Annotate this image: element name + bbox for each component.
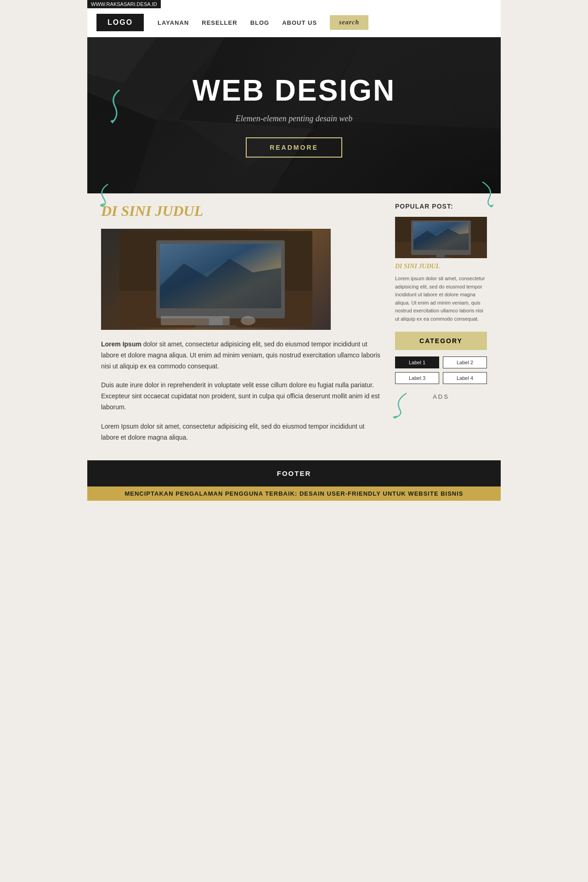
svg-rect-18 [161, 316, 230, 325]
nav-layanan[interactable]: LAYANAN [158, 19, 189, 26]
svg-marker-8 [110, 119, 116, 124]
sidebar: POPULAR POST: DI SINI JUDUL Lorem ipsum … [395, 203, 487, 451]
svg-point-19 [241, 316, 255, 325]
sidebar-post-text: Lorem ipsum dolor sit amet, consectetur … [395, 275, 487, 323]
sidebar-monitor-svg [395, 217, 487, 258]
nav-blog[interactable]: BLOG [250, 19, 270, 26]
category-box: CATEGORY [395, 332, 487, 350]
logo[interactable]: LOGO [96, 14, 144, 31]
section-arrow-left [96, 182, 119, 207]
hero-arrow-decoration [106, 88, 133, 130]
top-url-bar: WWW.RAKSASARI.DESA.ID [87, 0, 501, 8]
nav-reseller[interactable]: RESELLER [202, 19, 237, 26]
main-nav: LAYANAN RESELLER BLOG ABOUT US search [158, 15, 492, 30]
hero-subtitle: Elemen-elemen penting desain web [192, 114, 396, 124]
article-area: DI SINI JUDUL [101, 203, 381, 451]
hero-content: WEB DESIGN Elemen-elemen penting desain … [192, 74, 396, 158]
label-button-1[interactable]: Label 1 [395, 356, 439, 368]
label-button-4[interactable]: Label 4 [443, 372, 487, 384]
hero-banner: WEB DESIGN Elemen-elemen penting desain … [87, 37, 501, 193]
sidebar-post-title: DI SINI JUDUL [395, 263, 487, 270]
label-grid: Label 1 Label 2 Label 3 Label 4 [395, 356, 487, 384]
bottom-banner: MENCIPTAKAN PENGALAMAN PENGGUNA TERBAIK:… [87, 486, 501, 501]
header: LOGO LAYANAN RESELLER BLOG ABOUT US sear… [87, 8, 501, 37]
article-monitor-svg [119, 231, 312, 328]
footer: FOOTER [87, 460, 501, 486]
nav-search-button[interactable]: search [330, 15, 368, 30]
sidebar-post-image [395, 217, 487, 258]
section-title-wrapper: DI SINI JUDUL [101, 203, 381, 220]
label-button-2[interactable]: Label 2 [443, 356, 487, 368]
footer-label: FOOTER [277, 469, 311, 477]
article-image [101, 229, 331, 330]
svg-rect-17 [195, 325, 237, 328]
ads-arrow-decoration [381, 391, 418, 418]
svg-rect-28 [430, 257, 452, 258]
label-button-3[interactable]: Label 3 [395, 372, 439, 384]
hero-readmore-button[interactable]: READMORE [246, 137, 342, 158]
article-paragraph-3: Lorem Ipsum dolor sit amet, consectetur … [101, 421, 381, 443]
article-paragraph-2: Duis aute irure dolor in reprehenderit i… [101, 380, 381, 413]
sidebar-arrow-decoration [464, 180, 501, 207]
hero-title: WEB DESIGN [192, 74, 396, 107]
section-title: DI SINI JUDUL [101, 203, 381, 220]
bottom-banner-text: MENCIPTAKAN PENGALAMAN PENGGUNA TERBAIK:… [124, 490, 463, 497]
svg-marker-20 [489, 204, 494, 207]
main-content: DI SINI JUDUL [87, 193, 501, 460]
article-paragraph-1: Lorem Ipsum dolor sit amet, consectetur … [101, 339, 381, 372]
nav-about[interactable]: ABOUT US [282, 19, 317, 26]
site-url: WWW.RAKSASARI.DESA.ID [87, 0, 161, 8]
